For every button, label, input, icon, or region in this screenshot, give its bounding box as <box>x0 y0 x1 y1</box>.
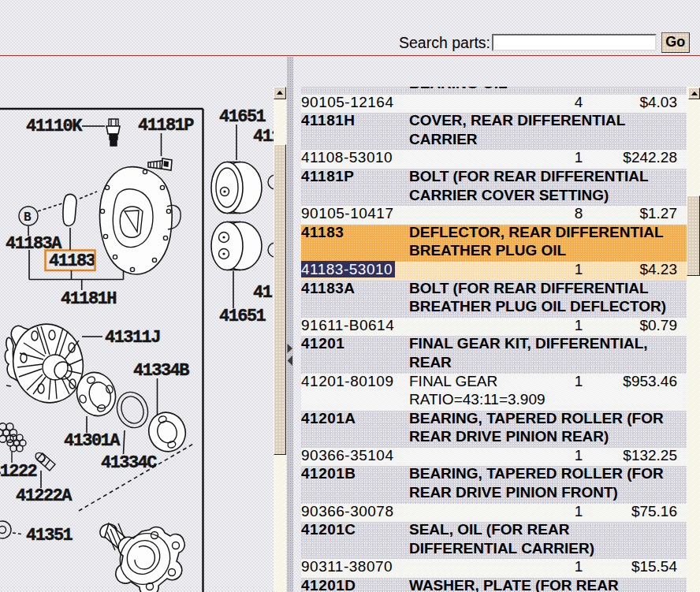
svg-text:41334B: 41334B <box>133 361 189 381</box>
svg-text:41183: 41183 <box>49 251 96 271</box>
svg-text:41311J: 41311J <box>105 328 160 348</box>
svg-text:411: 411 <box>253 127 274 147</box>
svg-text:41181H: 41181H <box>61 289 116 309</box>
svg-text:41181P: 41181P <box>138 116 194 136</box>
svg-text:B: B <box>24 210 32 225</box>
svg-text:41222A: 41222A <box>16 486 73 506</box>
svg-text:41: 41 <box>253 283 273 303</box>
svg-text:41110K: 41110K <box>26 117 83 136</box>
svg-text:41301A: 41301A <box>64 431 121 451</box>
svg-text:41351: 41351 <box>26 526 73 545</box>
svg-text:41651: 41651 <box>219 307 266 326</box>
svg-text:41651: 41651 <box>219 107 266 127</box>
svg-text:41222: 41222 <box>0 462 37 482</box>
